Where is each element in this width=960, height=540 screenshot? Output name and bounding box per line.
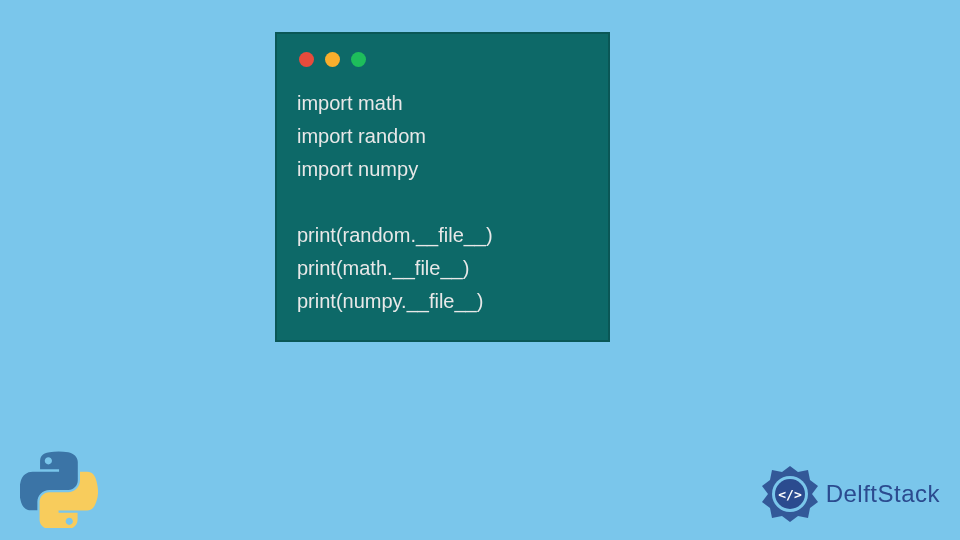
window-controls bbox=[299, 52, 588, 67]
delftstack-badge-icon: </> bbox=[760, 464, 820, 524]
delftstack-logo: </> DelftStack bbox=[760, 464, 940, 524]
delftstack-text: DelftStack bbox=[826, 480, 940, 508]
code-window: import math import random import numpy p… bbox=[275, 32, 610, 342]
python-logo-icon bbox=[20, 450, 98, 528]
close-dot-icon bbox=[299, 52, 314, 67]
svg-text:</>: </> bbox=[778, 487, 802, 502]
minimize-dot-icon bbox=[325, 52, 340, 67]
maximize-dot-icon bbox=[351, 52, 366, 67]
code-content: import math import random import numpy p… bbox=[297, 87, 588, 318]
